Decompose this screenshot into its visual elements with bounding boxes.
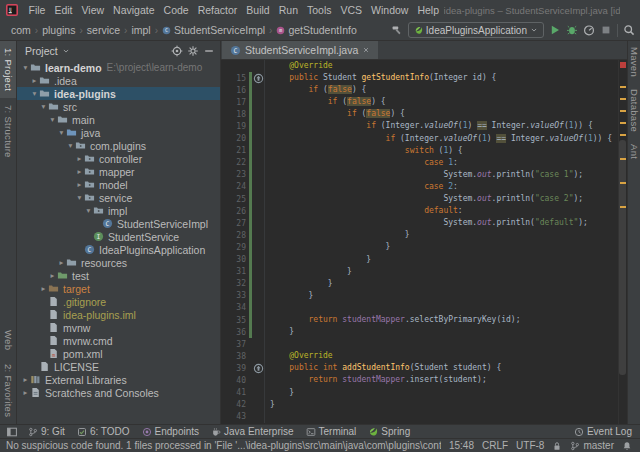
tree-closed-arrow-icon[interactable]: ▸ [75,167,84,176]
tree-item-.gitignore[interactable]: .gitignore [17,295,220,308]
menu-vcs[interactable]: VCS [336,4,367,16]
code-line-16[interactable]: 16 if (false) { [221,84,618,96]
code-line-38[interactable]: 38 @Override [221,350,618,362]
tree-item-src[interactable]: ▾src [17,100,220,113]
file-encoding[interactable]: UTF-8 [516,440,544,451]
code-line-42[interactable]: 42} [221,399,618,411]
project-view-chevron-icon[interactable] [62,47,70,55]
search-everywhere-button[interactable] [623,24,635,36]
tree-item-java[interactable]: ▾java [17,126,220,139]
tree-closed-arrow-icon[interactable]: ▸ [21,375,30,384]
tree-item-mapper[interactable]: ▸mapper [17,165,220,178]
code-line-41[interactable]: 41 } [221,387,618,399]
code-line-35[interactable]: 35 return studentMapper.selectByPrimaryK… [221,314,618,326]
tree-open-arrow-icon[interactable]: ▾ [84,206,93,215]
run-config-selector[interactable]: IdeaPluginsApplication [408,22,544,38]
tool-stripe-button-2-favorites[interactable]: 2: Favorites [0,357,16,424]
tree-item-com.plugins[interactable]: ▾com.plugins [17,139,220,152]
git-branch-widget[interactable]: master [570,440,614,451]
menu-tools[interactable]: Tools [302,4,336,16]
code-line-22[interactable]: 22 case 1: [221,157,618,169]
tree-item-target[interactable]: ▸target [17,282,220,295]
code-line-37[interactable]: 37 [221,338,618,350]
tree-item-studentservice[interactable]: IStudentService [17,230,220,243]
inspection-indicator[interactable] [620,62,626,68]
error-stripe[interactable] [618,60,627,424]
menu-file[interactable]: File [24,4,50,16]
menu-edit[interactable]: Edit [50,4,77,16]
tree-closed-arrow-icon[interactable]: ▸ [57,258,66,267]
tree-item-studentserviceimpl[interactable]: CStudentServiceImpl [17,217,220,230]
project-settings-button[interactable] [187,45,199,57]
tree-item-resources[interactable]: ▸resources [17,256,220,269]
code-line-36[interactable]: 36 } [221,326,618,338]
tool-button-endpoints[interactable]: Endpoints [142,426,199,437]
tree-item-main[interactable]: ▾main [17,113,220,126]
tree-closed-arrow-icon[interactable]: ▸ [48,271,57,280]
hide-panel-button[interactable] [203,45,215,57]
code-line-31[interactable]: 31 } [221,266,618,278]
breadcrumb-com[interactable]: com [9,24,33,36]
code-line-43[interactable]: 43 [221,411,618,423]
tree-item-mvnw[interactable]: mvnw [17,321,220,334]
code-line-24[interactable]: 24 case 2: [221,181,618,193]
tool-button-spring[interactable]: Spring [368,426,410,437]
code-line-21[interactable]: 21 switch (1) { [221,145,618,157]
tree-open-arrow-icon[interactable]: ▾ [21,63,30,72]
menu-view[interactable]: View [77,4,109,16]
code-line-30[interactable]: 30 } [221,254,618,266]
tool-button-9-git[interactable]: 9: Git [28,426,65,437]
tree-open-arrow-icon[interactable]: ▾ [30,89,39,98]
run-button[interactable] [549,24,561,36]
code-line-23[interactable]: 23 System.out.println("case 1"); [221,169,618,181]
tree-item-learn-demo[interactable]: ▾learn-demoE:\project\learn-demo [17,61,220,74]
code-line-15[interactable]: 15 public Student getStudentInfo(Integer… [221,72,618,84]
tree-item-external-libraries[interactable]: ▸External Libraries [17,373,220,386]
code-line-17[interactable]: 17 if (false) { [221,96,618,108]
tree-closed-arrow-icon[interactable]: ▸ [75,180,84,189]
code-line-32[interactable]: 32 } [221,278,618,290]
tree-item-mvnw.cmd[interactable]: mvnw.cmd [17,334,220,347]
tree-item-idea-plugins[interactable]: ▾idea-plugins [17,87,220,100]
tree-open-arrow-icon[interactable]: ▾ [66,141,75,150]
menu-run[interactable]: Run [274,4,302,16]
tree-open-arrow-icon[interactable]: ▾ [57,128,66,137]
menu-refactor[interactable]: Refactor [193,4,242,16]
breadcrumb-getstudentinfo[interactable]: mgetStudentInfo [274,24,358,36]
breadcrumb-impl[interactable]: impl [129,24,152,36]
scrollbar-thumb[interactable] [619,140,626,375]
tool-stripe-button-1-project[interactable]: 1: Project [0,41,16,98]
tree-item-test[interactable]: ▸test [17,269,220,282]
tree-closed-arrow-icon[interactable]: ▸ [75,154,84,163]
tool-stripe-button-database[interactable]: Database [628,83,640,138]
code-line-28[interactable]: 28 } [221,229,618,241]
tree-open-arrow-icon[interactable]: ▾ [39,102,48,111]
menu-navigate[interactable]: Navigate [109,4,159,16]
code-line-18[interactable]: 18 if (false) { [221,108,618,120]
tool-stripe-button-maven[interactable]: Maven [628,41,640,83]
tab-studentserviceimpl[interactable]: C StudentServiceImpl.java [222,41,378,59]
code-line-40[interactable]: 40 return studentMapper.insert(student); [221,374,618,386]
tree-closed-arrow-icon[interactable]: ▸ [21,388,30,397]
code-line-partial[interactable]: @Override [221,60,618,72]
project-view-title[interactable]: Project [25,45,58,57]
readonly-toggle-icon[interactable] [552,441,562,451]
tree-item-license[interactable]: LICENSE [17,360,220,373]
menu-window[interactable]: Window [367,4,413,16]
line-separator[interactable]: CRLF [482,440,508,451]
tool-button-event-log[interactable]: Event Log [574,426,632,437]
tree-closed-arrow-icon[interactable]: ▸ [39,284,48,293]
tree-open-arrow-icon[interactable]: ▾ [75,193,84,202]
tool-button-6-todo[interactable]: 6: TODO [77,426,130,437]
tree-item-.idea[interactable]: ▸.idea [17,74,220,87]
select-opened-file-button[interactable] [171,45,183,57]
profiler-button[interactable] [583,24,595,36]
breadcrumb-plugins[interactable]: plugins [40,24,77,36]
notifications-icon[interactable] [622,441,632,451]
menu-build[interactable]: Build [242,4,274,16]
debug-button[interactable] [566,24,578,36]
stop-button[interactable] [600,24,612,36]
cursor-position[interactable]: 15:48 [449,440,474,451]
tree-item-impl[interactable]: ▾impl [17,204,220,217]
close-tab-icon[interactable] [362,46,370,54]
